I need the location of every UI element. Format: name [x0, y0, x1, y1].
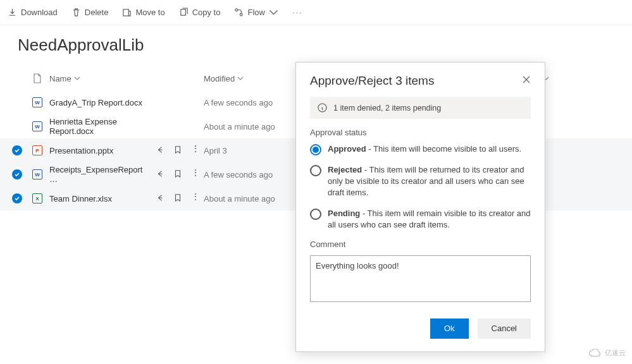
check-icon — [12, 193, 22, 203]
file-modified: A few seconds ago — [204, 98, 273, 107]
file-type-icon: W — [28, 97, 47, 107]
row-select[interactable] — [6, 145, 28, 155]
radio-pending-input[interactable] — [310, 209, 321, 220]
move-to-button[interactable]: Move to — [122, 8, 164, 17]
move-to-icon — [122, 8, 132, 17]
delete-icon — [71, 8, 81, 17]
file-type-icon: X — [28, 193, 47, 203]
radio-approved[interactable]: Approved - This item will become visible… — [310, 143, 531, 155]
svg-point-3 — [240, 13, 243, 16]
share-icon[interactable] — [156, 169, 164, 180]
radio-rejected[interactable]: Rejected - This item will be returned to… — [310, 164, 531, 199]
radio-rejected-text: Rejected - This item will be returned to… — [328, 164, 531, 199]
document-icon — [33, 73, 42, 83]
file-type-icon: P — [28, 145, 47, 155]
copy-to-label: Copy to — [192, 8, 221, 17]
more-icon[interactable]: ⋮ — [191, 169, 200, 180]
copy-to-button[interactable]: Copy to — [179, 8, 221, 17]
flow-label: Flow — [247, 8, 264, 17]
file-name[interactable]: Receipts_ExpenseReport … — [49, 165, 149, 184]
file-name[interactable]: Team Dinner.xlsx — [49, 194, 112, 203]
comment-label: Comment — [310, 240, 531, 249]
radio-pending[interactable]: Pending - This item will remain visible … — [310, 208, 531, 231]
flow-icon — [234, 8, 244, 17]
chevron-down-icon — [74, 75, 80, 82]
svg-rect-0 — [123, 9, 128, 16]
radio-approved-input[interactable] — [310, 144, 321, 155]
bookmark-icon[interactable] — [173, 145, 182, 156]
bookmark-icon[interactable] — [173, 193, 182, 204]
file-name[interactable]: GradyA_Trip Report.docx — [49, 98, 142, 107]
info-bar: 1 item denied, 2 items pending — [310, 97, 531, 119]
download-button[interactable]: Download — [8, 8, 58, 17]
copy-to-icon — [179, 8, 189, 17]
more-icon[interactable]: ⋮ — [191, 193, 200, 204]
radio-rejected-input[interactable] — [310, 165, 321, 176]
header-type-icon — [28, 73, 47, 83]
comment-input[interactable]: Everything looks good! — [310, 255, 531, 302]
close-icon — [522, 75, 531, 84]
chevron-down-icon — [269, 8, 278, 17]
radio-approved-text: Approved - This item will become visible… — [328, 143, 521, 155]
delete-label: Delete — [85, 8, 109, 17]
move-to-label: Move to — [135, 8, 164, 17]
flow-button[interactable]: Flow — [234, 8, 278, 17]
cancel-button[interactable]: Cancel — [478, 318, 531, 339]
ok-button[interactable]: Ok — [430, 318, 469, 339]
delete-button[interactable]: Delete — [71, 8, 109, 17]
file-modified: A few seconds ago — [204, 170, 273, 179]
svg-rect-1 — [180, 9, 185, 15]
row-select[interactable] — [6, 169, 28, 179]
file-modified: About a minute ago — [204, 122, 275, 131]
svg-point-2 — [235, 9, 238, 11]
more-icon[interactable]: ⋮ — [191, 145, 200, 156]
page-title: NeedApprovalLib — [0, 25, 632, 66]
chevron-down-icon — [237, 75, 244, 82]
status-label: Approval status — [310, 128, 531, 137]
close-button[interactable] — [522, 75, 531, 87]
share-icon[interactable] — [156, 145, 164, 156]
watermark: 亿速云 — [588, 348, 626, 358]
cloud-icon — [588, 349, 602, 358]
header-name-label: Name — [49, 74, 71, 83]
radio-pending-text: Pending - This item will remain visible … — [328, 208, 531, 231]
header-name[interactable]: Name — [47, 74, 204, 83]
more-button[interactable]: ··· — [292, 8, 303, 17]
info-text: 1 item denied, 2 items pending — [333, 104, 441, 112]
download-icon — [8, 8, 17, 17]
check-icon — [12, 145, 22, 155]
file-name[interactable]: Presentation.pptx — [49, 146, 113, 155]
file-type-icon: W — [28, 121, 47, 131]
bookmark-icon[interactable] — [173, 169, 182, 180]
file-modified: About a minute ago — [204, 194, 275, 203]
file-name[interactable]: Henrietta Expense Report.docx — [49, 117, 149, 136]
command-bar: Download Delete Move to Copy to Flow ··· — [0, 0, 632, 25]
panel-title: Approve/Reject 3 items — [310, 74, 434, 88]
file-modified: April 3 — [204, 146, 227, 155]
download-label: Download — [21, 8, 58, 17]
file-type-icon: W — [28, 169, 47, 179]
share-icon[interactable] — [156, 193, 164, 204]
approve-reject-panel: Approve/Reject 3 items 1 item denied, 2 … — [295, 62, 545, 352]
row-select[interactable] — [6, 193, 28, 203]
check-icon — [12, 169, 22, 179]
header-modified-label: Modified — [204, 74, 235, 83]
info-icon — [318, 103, 327, 112]
